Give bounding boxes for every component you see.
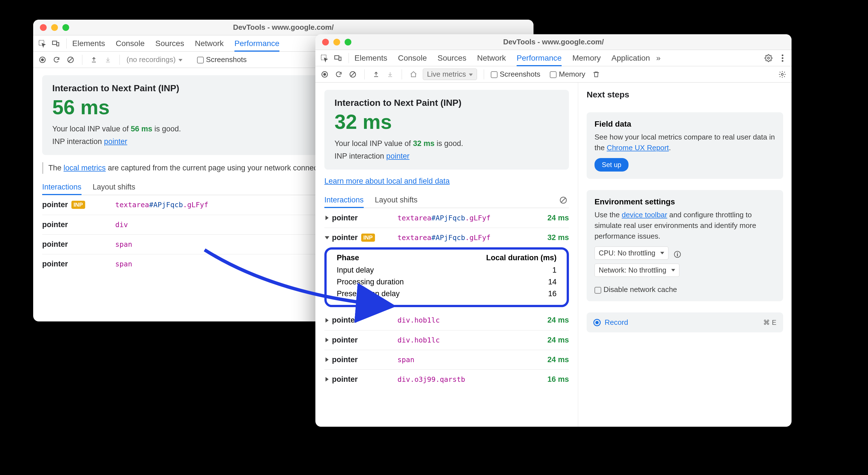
inp-interaction-link[interactable]: pointer (386, 152, 409, 160)
window-title: DevTools - www.google.com/ (233, 23, 334, 32)
screenshots-checkbox[interactable]: Screenshots (491, 70, 540, 78)
clear-interactions-icon[interactable] (559, 196, 567, 204)
interaction-rows: pointer textarea#APjFqcb.gLFyf 24 ms poi… (324, 208, 569, 247)
interaction-row[interactable]: pointer textarea#APjFqcb.gLFyf 24 ms (324, 208, 569, 228)
tab-console[interactable]: Console (116, 35, 145, 52)
record-icon (593, 319, 601, 326)
chevron-down-icon (671, 269, 675, 271)
network-throttle-select[interactable]: Network: No throttling (594, 264, 679, 277)
inp-badge: INP (71, 201, 85, 209)
clear-icon[interactable] (66, 55, 75, 65)
tab-memory[interactable]: Memory (572, 50, 601, 66)
chevron-right-icon[interactable] (326, 338, 329, 342)
inp-badge: INP (361, 234, 375, 242)
upload-icon[interactable] (89, 55, 99, 65)
device-toolbar-icon[interactable] (333, 53, 343, 63)
subtab-layout-shifts[interactable]: Layout shifts (375, 192, 418, 208)
chevron-right-icon[interactable] (326, 358, 329, 362)
minimize-icon[interactable] (333, 39, 340, 45)
download-icon[interactable] (385, 70, 395, 79)
traffic-lights[interactable] (315, 39, 351, 45)
subtabs: Interactions Layout shifts (324, 192, 569, 208)
tab-performance[interactable]: Performance (235, 35, 279, 52)
window-title: DevTools - www.google.com/ (503, 38, 604, 46)
view-select[interactable]: Live metrics (423, 68, 477, 80)
environment-settings-card: Environment settings Use the device tool… (587, 190, 783, 301)
svg-point-20 (781, 73, 783, 75)
interaction-row[interactable]: pointer div.hob1lc 24 ms (324, 330, 569, 350)
field-data-card: Field data See how your local metrics co… (587, 112, 783, 179)
interaction-row[interactable]: pointerINP textarea#APjFqcb.gLFyf 32 ms (324, 228, 569, 247)
record-icon[interactable] (38, 55, 47, 65)
maximize-icon[interactable] (62, 24, 69, 31)
tab-elements[interactable]: Elements (72, 35, 105, 52)
tab-sources[interactable]: Sources (155, 35, 184, 52)
kebab-icon[interactable] (777, 53, 787, 63)
device-toolbar-link[interactable]: device toolbar (622, 210, 667, 219)
subtab-interactions[interactable]: Interactions (324, 192, 364, 208)
crux-link[interactable]: Chrome UX Report (607, 143, 669, 152)
devtools-window-front: DevTools - www.google.com/ Elements Cons… (315, 34, 792, 427)
subtab-interactions[interactable]: Interactions (42, 179, 82, 195)
perf-toolbar: Live metrics Screenshots Memory (315, 66, 792, 82)
interaction-row[interactable]: pointer div.hob1lc 24 ms (324, 310, 569, 330)
more-tabs-icon[interactable]: » (653, 53, 663, 63)
field-data-title: Field data (594, 120, 775, 129)
svg-point-13 (782, 55, 783, 56)
screenshots-checkbox[interactable]: Screenshots (197, 55, 247, 64)
inspect-icon[interactable] (319, 53, 330, 63)
clear-icon[interactable] (348, 70, 358, 79)
download-icon[interactable] (103, 55, 113, 65)
record-shortcut: ⌘ E (763, 319, 776, 327)
phase-breakdown: PhaseLocal duration (ms) Input delay1 Pr… (324, 247, 569, 307)
tab-performance[interactable]: Performance (517, 50, 562, 66)
inp-card: Interaction to Next Paint (INP) 32 ms Yo… (324, 90, 569, 170)
close-icon[interactable] (322, 39, 329, 45)
svg-point-12 (768, 57, 770, 59)
chevron-right-icon[interactable] (326, 377, 329, 381)
panel-tabs: Elements Console Sources Network Perform… (315, 50, 792, 66)
svg-point-14 (782, 57, 783, 59)
chevron-right-icon[interactable] (326, 215, 329, 220)
inp-interaction-link[interactable]: pointer (104, 137, 127, 146)
home-icon[interactable] (409, 70, 418, 79)
learn-more-link-row: Learn more about local and field data (324, 177, 569, 185)
garbage-collect-icon[interactable] (591, 70, 601, 79)
svg-point-17 (323, 73, 326, 76)
info-icon[interactable] (674, 251, 681, 258)
chevron-down-icon[interactable] (325, 236, 330, 239)
tab-network[interactable]: Network (195, 35, 224, 52)
device-toolbar-icon[interactable] (51, 38, 61, 48)
maximize-icon[interactable] (345, 39, 351, 45)
reload-record-icon[interactable] (334, 70, 343, 79)
tab-application[interactable]: Application (611, 50, 650, 66)
recordings-select[interactable]: (no recordings) (126, 55, 182, 64)
interaction-row[interactable]: pointer span 24 ms (324, 350, 569, 369)
titlebar: DevTools - www.google.com/ (33, 20, 533, 35)
learn-more-link[interactable]: Learn more about local and field data (324, 177, 450, 185)
tab-network[interactable]: Network (477, 50, 506, 66)
traffic-lights[interactable] (33, 24, 69, 31)
tab-sources[interactable]: Sources (437, 50, 466, 66)
svg-rect-11 (339, 57, 341, 61)
disable-cache-checkbox[interactable]: Disable network cache (594, 285, 677, 294)
reload-record-icon[interactable] (52, 55, 61, 65)
interaction-row[interactable]: pointer div.o3j99.qarstb 16 ms (324, 369, 569, 389)
subtab-layout-shifts[interactable]: Layout shifts (93, 179, 135, 195)
close-icon[interactable] (40, 24, 46, 31)
panel-settings-icon[interactable] (777, 70, 787, 79)
record-button[interactable]: Record (593, 318, 628, 327)
minimize-icon[interactable] (51, 24, 58, 31)
chevron-right-icon[interactable] (326, 318, 329, 323)
local-metrics-link[interactable]: local metrics (64, 164, 106, 172)
record-icon[interactable] (320, 70, 330, 79)
settings-icon[interactable] (764, 53, 774, 63)
upload-icon[interactable] (371, 70, 381, 79)
setup-button[interactable]: Set up (594, 158, 628, 172)
inspect-icon[interactable] (37, 38, 47, 48)
tab-elements[interactable]: Elements (354, 50, 388, 66)
memory-checkbox[interactable]: Memory (550, 70, 585, 78)
svg-line-19 (351, 72, 355, 76)
cpu-throttle-select[interactable]: CPU: No throttling (594, 246, 669, 260)
tab-console[interactable]: Console (398, 50, 427, 66)
